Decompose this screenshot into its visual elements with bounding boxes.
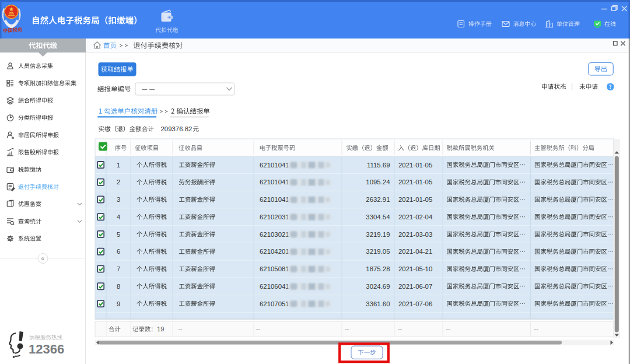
svg-text:3: 3 bbox=[117, 196, 120, 203]
svg-text:2021-02-04: 2021-02-04 bbox=[398, 214, 432, 220]
svg-text:1875.28: 1875.28 bbox=[366, 265, 390, 272]
svg-text:9: 9 bbox=[117, 300, 120, 307]
svg-text:1115.69: 1115.69 bbox=[367, 162, 390, 169]
svg-text:2021-01-05: 2021-01-05 bbox=[398, 162, 432, 169]
svg-text:62101041: 62101041 bbox=[260, 178, 289, 186]
svg-text:2632.91: 2632.91 bbox=[366, 196, 390, 203]
svg-text:7: 7 bbox=[117, 265, 120, 272]
svg-text:2: 2 bbox=[117, 178, 120, 186]
svg-text:3219.05: 3219.05 bbox=[366, 248, 390, 255]
svg-text:2021-05-10: 2021-05-10 bbox=[398, 265, 432, 272]
svg-text:3361.60: 3361.60 bbox=[366, 300, 390, 307]
svg-text:209376.82: 209376.82 bbox=[161, 125, 192, 132]
svg-text:2021-03-03: 2021-03-03 bbox=[398, 231, 432, 238]
svg-text:62105081: 62105081 bbox=[260, 265, 289, 272]
svg-text:2021-04-21: 2021-04-21 bbox=[398, 248, 432, 255]
svg-text:62102031: 62102031 bbox=[260, 214, 289, 220]
svg-text:3219.19: 3219.19 bbox=[366, 231, 390, 238]
svg-text:5: 5 bbox=[117, 231, 120, 238]
svg-text:19: 19 bbox=[157, 326, 164, 332]
svg-text:62106041: 62106041 bbox=[260, 283, 289, 290]
svg-text:2021-06-07: 2021-06-07 bbox=[398, 283, 432, 290]
svg-text:62101041: 62101041 bbox=[260, 162, 289, 169]
svg-text:2021-07-06: 2021-07-06 bbox=[398, 300, 432, 307]
svg-text:12366: 12366 bbox=[29, 342, 64, 356]
svg-text:62103021: 62103021 bbox=[260, 231, 289, 238]
svg-text:1: 1 bbox=[117, 162, 120, 169]
svg-text:2021-01-05: 2021-01-05 bbox=[398, 178, 432, 186]
svg-text:3024.69: 3024.69 bbox=[366, 283, 390, 290]
svg-text:62101041: 62101041 bbox=[260, 196, 289, 203]
svg-text:62107051: 62107051 bbox=[260, 300, 289, 307]
svg-text:2021-01-05: 2021-01-05 bbox=[398, 196, 432, 203]
svg-text:4: 4 bbox=[117, 214, 120, 220]
svg-text:1095.24: 1095.24 bbox=[366, 178, 390, 186]
svg-text:6: 6 bbox=[117, 248, 120, 255]
svg-text:62104201: 62104201 bbox=[260, 248, 289, 255]
svg-text:3304.54: 3304.54 bbox=[366, 214, 390, 220]
svg-text:8: 8 bbox=[117, 283, 120, 290]
